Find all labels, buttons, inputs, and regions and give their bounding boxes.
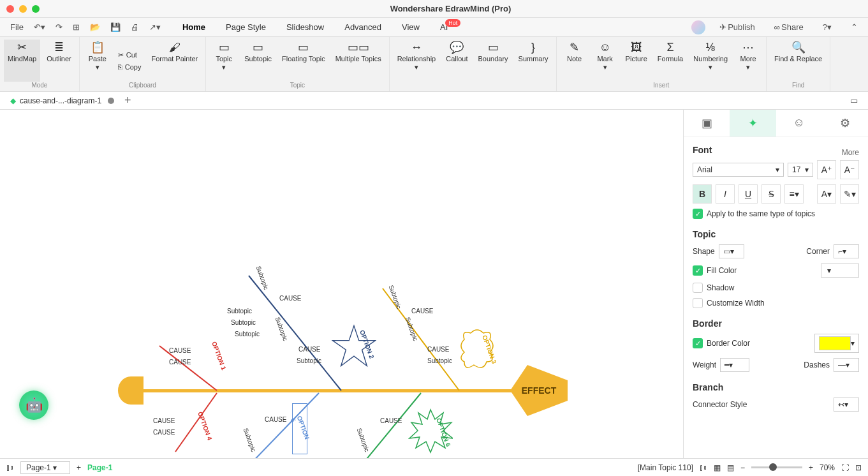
cause-label[interactable]: CAUSE bbox=[153, 429, 175, 436]
zoom-in[interactable]: + bbox=[809, 463, 813, 472]
option-5-rect[interactable]: OPTION 5 bbox=[292, 403, 307, 454]
multiple-topics-button[interactable]: ▭▭Multiple Topics bbox=[332, 40, 385, 82]
export-button[interactable]: ↗▾ bbox=[144, 20, 166, 34]
shadow-checkbox[interactable] bbox=[693, 283, 703, 293]
cause-label[interactable]: CAUSE bbox=[153, 417, 175, 424]
panel-tab-layout[interactable]: ▣ bbox=[684, 110, 730, 137]
option-3-cloud[interactable] bbox=[458, 327, 496, 378]
strike-button[interactable]: S̶ bbox=[761, 184, 781, 204]
subtopic-rot[interactable]: Subtopic bbox=[404, 316, 420, 341]
highlight-button[interactable]: ✎▾ bbox=[840, 184, 859, 204]
add-tab-button[interactable]: + bbox=[124, 94, 131, 107]
subtopic-rot[interactable]: Subtopic bbox=[242, 427, 258, 452]
paste-button[interactable]: 📋Paste▾ bbox=[84, 40, 112, 82]
subtopic-label[interactable]: Subtopic bbox=[231, 319, 256, 326]
connector-select[interactable]: ↢▾ bbox=[834, 398, 859, 412]
cause-label[interactable]: CAUSE bbox=[279, 295, 301, 302]
cause-label[interactable]: CAUSE bbox=[169, 347, 191, 354]
tab-ai[interactable]: AIHot bbox=[431, 19, 472, 36]
cause-label[interactable]: CAUSE bbox=[298, 346, 320, 353]
formula-button[interactable]: ΣFormula bbox=[654, 40, 687, 82]
subtopic-label[interactable]: Subtopic bbox=[427, 357, 452, 364]
new-button[interactable]: ⊞ bbox=[68, 20, 85, 34]
subtopic-label[interactable]: Subtopic bbox=[227, 308, 252, 315]
shape-select[interactable]: ▭▾ bbox=[719, 244, 744, 258]
file-menu[interactable]: File bbox=[5, 20, 29, 34]
view-mode-2[interactable]: ▦ bbox=[714, 463, 721, 472]
subtopic-label[interactable]: Subtopic bbox=[297, 357, 321, 364]
panel-tab-icon[interactable]: ☺ bbox=[776, 110, 822, 137]
font-size-select[interactable]: 17▾ bbox=[788, 163, 813, 177]
subtopic-rot[interactable]: Subtopic bbox=[274, 316, 290, 341]
zoom-out[interactable]: − bbox=[740, 463, 745, 472]
subtopic-label[interactable]: Subtopic bbox=[235, 331, 260, 338]
close-icon[interactable] bbox=[6, 5, 14, 13]
zoom-slider[interactable] bbox=[751, 466, 802, 468]
open-button[interactable]: 📂 bbox=[85, 20, 105, 34]
page-current[interactable]: Page-1 bbox=[87, 463, 112, 472]
tab-home[interactable]: Home bbox=[173, 19, 214, 36]
zoom-value[interactable]: 70% bbox=[820, 463, 835, 472]
cause-label[interactable]: CAUSE bbox=[169, 359, 191, 366]
border-color-checkbox[interactable]: ✓ bbox=[693, 338, 703, 348]
bold-button[interactable]: B bbox=[693, 184, 712, 204]
summary-button[interactable]: }Summary bbox=[515, 40, 552, 82]
publish-button[interactable]: ✈ Publish bbox=[714, 20, 760, 34]
fish-head[interactable]: EFFECT bbox=[510, 365, 568, 416]
add-page-button[interactable]: + bbox=[77, 463, 81, 472]
relationship-button[interactable]: ↔Relationship▾ bbox=[394, 40, 440, 82]
fill-color-select[interactable]: ▾ bbox=[821, 264, 859, 278]
collapse-ribbon-button[interactable]: ⌃ bbox=[846, 20, 863, 34]
mark-button[interactable]: ☺Mark▾ bbox=[591, 40, 619, 82]
copy-button[interactable]: ⎘ Copy bbox=[114, 62, 145, 72]
undo-button[interactable]: ↶▾ bbox=[29, 20, 50, 34]
option-6-burst[interactable] bbox=[408, 406, 453, 457]
font-more[interactable]: More bbox=[842, 148, 859, 157]
canvas[interactable]: EFFECT OPTION 1 OPTION 4 OPTION 3 OPTION… bbox=[0, 110, 683, 458]
avatar[interactable] bbox=[691, 20, 705, 34]
font-family-select[interactable]: Arial▾ bbox=[693, 163, 784, 177]
increase-font-button[interactable]: A⁺ bbox=[817, 160, 836, 179]
fit-button[interactable]: ⊡ bbox=[855, 463, 862, 472]
font-color-button[interactable]: A▾ bbox=[817, 184, 836, 204]
maximize-icon[interactable] bbox=[32, 5, 40, 13]
panel-toggle-button[interactable]: ▭ bbox=[845, 93, 863, 108]
corner-select[interactable]: ⌐▾ bbox=[834, 244, 859, 258]
cause-label[interactable]: CAUSE bbox=[380, 417, 402, 424]
tab-page-style[interactable]: Page Style bbox=[217, 19, 275, 36]
redo-button[interactable]: ↷ bbox=[50, 20, 68, 34]
outliner-button[interactable]: ≣Outliner bbox=[43, 40, 75, 82]
align-button[interactable]: ≡▾ bbox=[784, 184, 804, 204]
panel-tab-settings[interactable]: ⚙ bbox=[822, 110, 868, 137]
option-1[interactable]: OPTION 1 bbox=[210, 341, 227, 371]
chat-assistant-button[interactable]: 🤖 bbox=[19, 390, 48, 420]
italic-button[interactable]: I bbox=[716, 184, 735, 204]
subtopic-rot[interactable]: Subtopic bbox=[255, 265, 270, 290]
note-button[interactable]: ✎Note bbox=[561, 40, 589, 82]
document-tab[interactable]: ◆ cause-and-...-diagram-1 bbox=[5, 94, 119, 108]
minimize-icon[interactable] bbox=[19, 5, 27, 13]
view-mode-1[interactable]: ⫿▯ bbox=[700, 463, 707, 472]
dashes-select[interactable]: —▾ bbox=[834, 358, 859, 372]
subtopic-rot[interactable]: Subtopic bbox=[356, 427, 371, 452]
panel-tab-style[interactable]: ✦ bbox=[730, 110, 776, 137]
share-button[interactable]: ∞ Share bbox=[769, 20, 809, 34]
subtopic-rot[interactable]: Subtopic bbox=[388, 284, 403, 309]
picture-button[interactable]: 🖼Picture bbox=[622, 40, 651, 82]
cause-label[interactable]: CAUSE bbox=[427, 346, 449, 353]
tab-slideshow[interactable]: Slideshow bbox=[277, 19, 333, 36]
more-button[interactable]: ⋯More▾ bbox=[734, 40, 762, 82]
width-checkbox[interactable] bbox=[693, 298, 703, 308]
help-button[interactable]: ?▾ bbox=[818, 20, 837, 34]
tab-advanced[interactable]: Advanced bbox=[335, 19, 390, 36]
view-mode-3[interactable]: ▤ bbox=[727, 463, 734, 472]
find-replace-button[interactable]: 🔍Find & Replace bbox=[770, 40, 826, 82]
cut-button[interactable]: ✂ Cut bbox=[114, 50, 145, 61]
underline-button[interactable]: U bbox=[739, 184, 758, 204]
cause-label[interactable]: CAUSE bbox=[265, 416, 286, 423]
page-select[interactable]: Page-1 ▾ bbox=[20, 461, 70, 474]
callout-button[interactable]: 💬Callout bbox=[442, 40, 471, 82]
weight-select[interactable]: ━▾ bbox=[720, 358, 749, 372]
save-button[interactable]: 💾 bbox=[105, 20, 126, 34]
apply-checkbox[interactable]: ✓ bbox=[693, 209, 703, 219]
